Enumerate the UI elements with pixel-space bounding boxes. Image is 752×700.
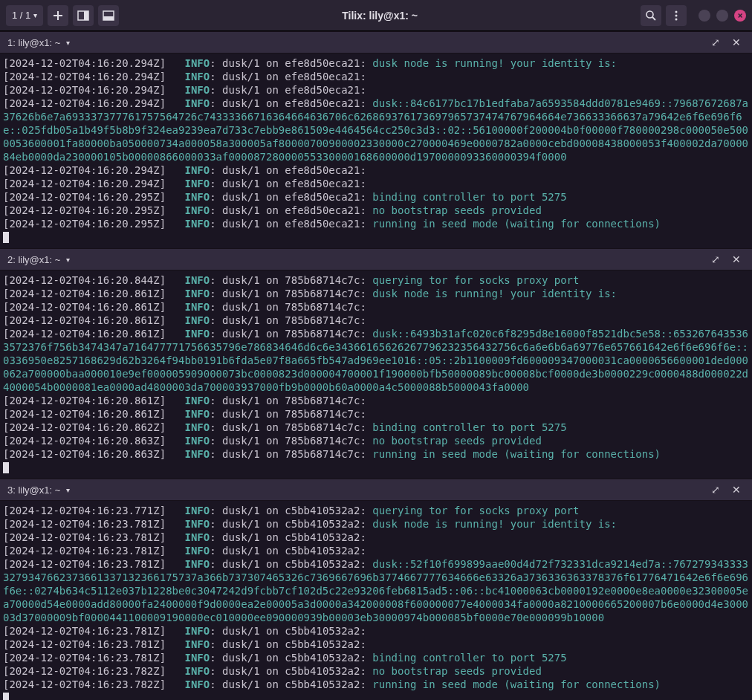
log-line: [2024-12-02T04:16:20.861Z] INFO: dusk/1 … (3, 314, 749, 327)
search-button[interactable] (641, 5, 661, 26)
log-line: [2024-12-02T04:16:20.295Z] INFO: dusk/1 … (3, 217, 749, 230)
log-line: [2024-12-02T04:16:20.294Z] INFO: dusk/1 … (3, 83, 749, 97)
log-line: [2024-12-02T04:16:20.294Z] INFO: dusk/1 … (3, 97, 749, 163)
log-line: [2024-12-02T04:16:20.295Z] INFO: dusk/1 … (3, 190, 749, 204)
log-line: [2024-12-02T04:16:20.294Z] INFO: dusk/1 … (3, 70, 749, 83)
log-line: [2024-12-02T04:16:20.861Z] INFO: dusk/1 … (3, 300, 749, 314)
chevron-down-icon[interactable]: ▾ (66, 486, 70, 494)
split-down-icon (103, 10, 114, 22)
maximize-pane-button[interactable]: ⤢ (707, 34, 724, 51)
svg-line-5 (652, 17, 655, 20)
pane-header: 3: lily@x1: ~▾⤢✕ (0, 479, 752, 501)
log-line: [2024-12-02T04:16:20.862Z] INFO: dusk/1 … (3, 421, 749, 434)
terminal-output[interactable]: [2024-12-02T04:16:23.771Z] INFO: dusk/1 … (0, 501, 752, 700)
window-title: Tilix: lily@x1: ~ (123, 10, 636, 22)
pane-header: 2: lily@x1: ~▾⤢✕ (0, 248, 752, 270)
terminal-output[interactable]: [2024-12-02T04:16:20.844Z] INFO: dusk/1 … (0, 270, 752, 479)
log-line: [2024-12-02T04:16:20.861Z] INFO: dusk/1 … (3, 394, 749, 407)
log-line: [2024-12-02T04:16:23.781Z] INFO: dusk/1 … (3, 651, 749, 664)
log-line: [2024-12-02T04:16:20.861Z] INFO: dusk/1 … (3, 287, 749, 300)
titlebar: 1 / 1 ▾ Tilix: lily@x1: ~ (0, 0, 752, 31)
log-line: [2024-12-02T04:16:23.781Z] INFO: dusk/1 … (3, 557, 749, 624)
pane-title[interactable]: 2: lily@x1: ~ (7, 254, 60, 265)
log-line: [2024-12-02T04:16:20.294Z] INFO: dusk/1 … (3, 163, 749, 177)
log-line: [2024-12-02T04:16:23.781Z] INFO: dusk/1 … (3, 531, 749, 544)
log-line: [2024-12-02T04:16:20.863Z] INFO: dusk/1 … (3, 447, 749, 461)
log-line: [2024-12-02T04:16:23.781Z] INFO: dusk/1 … (3, 638, 749, 651)
log-line: [2024-12-02T04:16:23.782Z] INFO: dusk/1 … (3, 664, 749, 678)
cursor (3, 691, 749, 700)
log-line: [2024-12-02T04:16:20.844Z] INFO: dusk/1 … (3, 273, 749, 287)
search-icon (645, 10, 657, 22)
log-line: [2024-12-02T04:16:23.781Z] INFO: dusk/1 … (3, 624, 749, 638)
log-line: [2024-12-02T04:16:20.294Z] INFO: dusk/1 … (3, 56, 749, 70)
log-line: [2024-12-02T04:16:20.861Z] INFO: dusk/1 … (3, 407, 749, 421)
plus-icon (52, 10, 64, 22)
log-line: [2024-12-02T04:16:20.863Z] INFO: dusk/1 … (3, 434, 749, 447)
chevron-down-icon[interactable]: ▾ (66, 256, 70, 264)
minimize-button[interactable] (698, 10, 710, 22)
log-line: [2024-12-02T04:16:20.861Z] INFO: dusk/1 … (3, 327, 749, 394)
log-line: [2024-12-02T04:16:20.294Z] INFO: dusk/1 … (3, 177, 749, 190)
log-line: [2024-12-02T04:16:23.771Z] INFO: dusk/1 … (3, 504, 749, 517)
close-pane-button[interactable]: ✕ (728, 482, 745, 498)
svg-point-7 (675, 14, 678, 16)
split-down-button[interactable] (98, 5, 119, 26)
page-indicator: 1 / 1 (12, 10, 30, 21)
maximize-button[interactable] (716, 10, 728, 22)
terminal-output[interactable]: [2024-12-02T04:16:20.294Z] INFO: dusk/1 … (0, 54, 752, 248)
log-line: [2024-12-02T04:16:23.782Z] INFO: dusk/1 … (3, 678, 749, 691)
split-right-button[interactable] (73, 5, 94, 26)
kebab-icon (670, 10, 682, 22)
menu-button[interactable] (666, 5, 687, 26)
window-controls (698, 10, 746, 22)
close-pane-button[interactable]: ✕ (728, 34, 745, 51)
close-pane-button[interactable]: ✕ (728, 251, 745, 268)
pane-header: 1: lily@x1: ~▾⤢✕ (0, 31, 752, 54)
split-right-icon (77, 10, 89, 22)
log-line: [2024-12-02T04:16:23.781Z] INFO: dusk/1 … (3, 517, 749, 531)
svg-point-6 (675, 10, 678, 13)
svg-rect-3 (103, 16, 114, 20)
svg-point-8 (675, 18, 678, 20)
close-window-button[interactable] (734, 10, 746, 22)
chevron-down-icon: ▾ (33, 11, 37, 19)
log-line: [2024-12-02T04:16:23.781Z] INFO: dusk/1 … (3, 544, 749, 557)
maximize-pane-button[interactable]: ⤢ (707, 251, 724, 268)
session-pager[interactable]: 1 / 1 ▾ (6, 5, 43, 26)
cursor (3, 230, 749, 244)
maximize-pane-button[interactable]: ⤢ (707, 482, 724, 498)
pane-title[interactable]: 1: lily@x1: ~ (7, 37, 60, 48)
cursor (3, 461, 749, 474)
add-terminal-button[interactable] (48, 5, 68, 26)
svg-point-4 (646, 11, 653, 18)
log-line: [2024-12-02T04:16:20.295Z] INFO: dusk/1 … (3, 204, 749, 217)
pane-title[interactable]: 3: lily@x1: ~ (7, 485, 60, 496)
svg-rect-1 (84, 11, 88, 20)
chevron-down-icon[interactable]: ▾ (66, 39, 70, 47)
